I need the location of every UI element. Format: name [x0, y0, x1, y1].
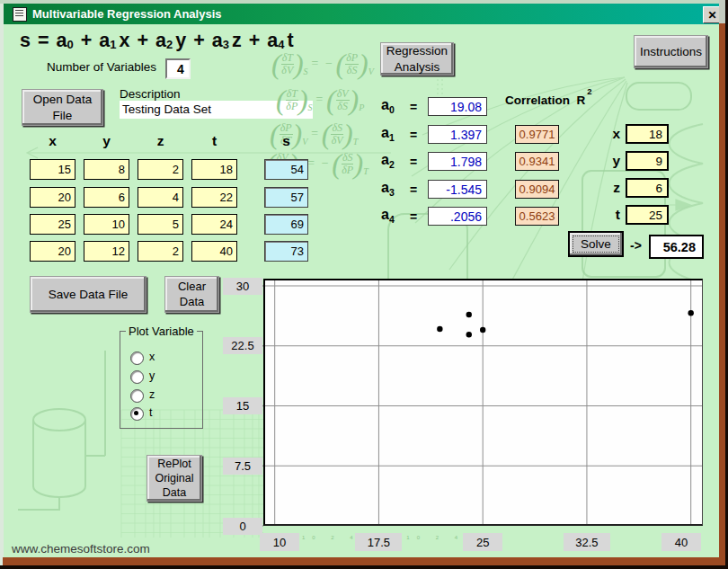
coef-a2-field[interactable]: 1.798: [428, 152, 487, 171]
correlation-label: Correlation R2: [505, 91, 590, 107]
cell-z-0[interactable]: 2: [138, 159, 183, 180]
coef-eq-2: =: [410, 155, 417, 169]
query-t-field[interactable]: 25: [626, 205, 669, 225]
solve-result-field: 56.28: [649, 235, 704, 259]
cell-s-3[interactable]: 73: [264, 241, 308, 262]
y-axis-label-7.5: 7.5: [223, 458, 262, 475]
desktop-edge-right: [719, 23, 725, 557]
coef-eq-3: =: [410, 182, 417, 197]
cell-t-2[interactable]: 24: [191, 214, 237, 235]
solve-button[interactable]: Solve: [568, 231, 624, 257]
cell-x-0[interactable]: 15: [30, 159, 75, 180]
clear-data-button[interactable]: Clear Data: [164, 276, 219, 313]
radio-y-label: y: [149, 369, 155, 382]
solve-arrow: ->: [630, 238, 642, 253]
y-axis-label-30: 30: [223, 278, 262, 295]
coef-label-a3: a3: [381, 180, 395, 196]
radio-y[interactable]: [130, 370, 144, 384]
window-frame-corner: [719, 0, 725, 23]
cell-t-3[interactable]: 40: [191, 241, 237, 262]
query-label-y: y: [608, 153, 620, 169]
y-axis-label-15: 15: [223, 397, 262, 414]
instructions-button[interactable]: Instructions: [634, 35, 708, 68]
col-header-y: y: [84, 133, 129, 149]
cell-y-2[interactable]: 10: [84, 214, 129, 235]
watermark-equation: (δTδP)S=(δVδS)P: [276, 87, 364, 113]
coef-label-a0: a0: [381, 97, 395, 113]
radio-z-label: z: [149, 388, 155, 401]
cell-x-1[interactable]: 20: [30, 187, 75, 208]
cell-s-2[interactable]: 69: [264, 214, 308, 235]
desktop-edge-bottom: [3, 557, 725, 565]
y-axis-label-22.5: 22.5: [223, 337, 262, 354]
cell-t-0[interactable]: 18: [191, 159, 237, 180]
corr-a4-field: 0.5623: [515, 207, 559, 226]
cell-t-1[interactable]: 22: [191, 187, 237, 208]
cell-s-1[interactable]: 57: [264, 187, 308, 208]
cell-z-3[interactable]: 2: [138, 241, 183, 262]
coef-a3-field[interactable]: -1.545: [428, 180, 487, 199]
replot-button[interactable]: RePlot Original Data: [146, 455, 202, 502]
cell-z-1[interactable]: 4: [138, 187, 183, 208]
col-header-z: z: [138, 133, 183, 149]
cell-x-2[interactable]: 25: [30, 214, 75, 235]
query-x-field[interactable]: 18: [626, 124, 669, 144]
num-variables-label: Number of Variables: [47, 60, 156, 74]
x-axis-label-10: 10: [260, 533, 299, 551]
cell-y-0[interactable]: 8: [84, 159, 129, 180]
website-text: www.chemesoftstore.com: [12, 542, 150, 556]
coef-a0-field[interactable]: 19.08: [428, 97, 487, 116]
x-axis-label-17.5: 17.5: [355, 533, 402, 551]
corr-a3-field: 0.9094: [515, 180, 559, 199]
x-axis-label-40: 40: [661, 533, 701, 551]
col-header-x: x: [30, 133, 75, 149]
window-frame-top: [0, 0, 728, 4]
screen-edge-bottom: [0, 565, 728, 569]
query-label-x: x: [608, 126, 620, 142]
radio-x[interactable]: [130, 351, 144, 365]
window-frame-left: [0, 4, 4, 565]
corr-a2-field: 0.9341: [515, 152, 559, 171]
save-data-file-button[interactable]: Save Data File: [30, 276, 146, 313]
x-axis-label-25: 25: [463, 533, 502, 551]
query-y-field[interactable]: 9: [626, 151, 669, 171]
cell-s-0[interactable]: 54: [264, 159, 308, 180]
radio-t-label: t: [149, 406, 152, 419]
regression-formula: s = a0 + a1x + a2y + a3z + a4t: [20, 30, 294, 55]
corr-a1-field: 0.9771: [515, 125, 559, 144]
cell-y-1[interactable]: 6: [84, 187, 129, 208]
description-label: Description: [120, 87, 181, 101]
coef-label-a4: a4: [381, 207, 395, 223]
coef-eq-0: =: [410, 100, 417, 114]
radio-t[interactable]: [130, 407, 144, 421]
plot-variable-group: Plot Variable x y z t: [120, 331, 203, 429]
coef-eq-1: =: [410, 128, 417, 142]
cell-z-2[interactable]: 5: [138, 214, 183, 235]
cell-y-3[interactable]: 12: [84, 241, 129, 262]
coef-label-a2: a2: [381, 152, 395, 168]
cell-x-3[interactable]: 20: [30, 241, 75, 262]
radio-z[interactable]: [130, 389, 144, 403]
app-icon: [13, 7, 27, 22]
radio-x-label: x: [149, 351, 155, 363]
plot-variable-label: Plot Variable: [126, 325, 197, 338]
coef-label-a1: a1: [381, 125, 395, 141]
col-header-t: t: [191, 133, 237, 149]
open-data-file-button[interactable]: Open Data File: [22, 89, 103, 126]
y-axis-label-0: 0: [223, 518, 262, 535]
coef-a4-field[interactable]: .2056: [428, 207, 487, 226]
col-header-s: s: [264, 133, 308, 149]
query-label-z: z: [608, 180, 620, 196]
title-bar: Multivariable Regression Analysis ✕: [4, 4, 719, 24]
query-z-field[interactable]: 6: [626, 178, 669, 198]
watermark-equation: (δTδV)S=−(δPδS)V: [271, 51, 374, 77]
coef-a1-field[interactable]: 1.397: [428, 125, 487, 144]
window-title: Multivariable Regression Analysis: [32, 7, 221, 21]
regression-analysis-button[interactable]: Regression Analysis: [380, 42, 454, 76]
x-axis-label-32.5: 32.5: [564, 533, 610, 551]
scatter-plot: [263, 279, 703, 526]
coef-eq-4: =: [410, 209, 417, 224]
query-label-t: t: [608, 207, 620, 223]
